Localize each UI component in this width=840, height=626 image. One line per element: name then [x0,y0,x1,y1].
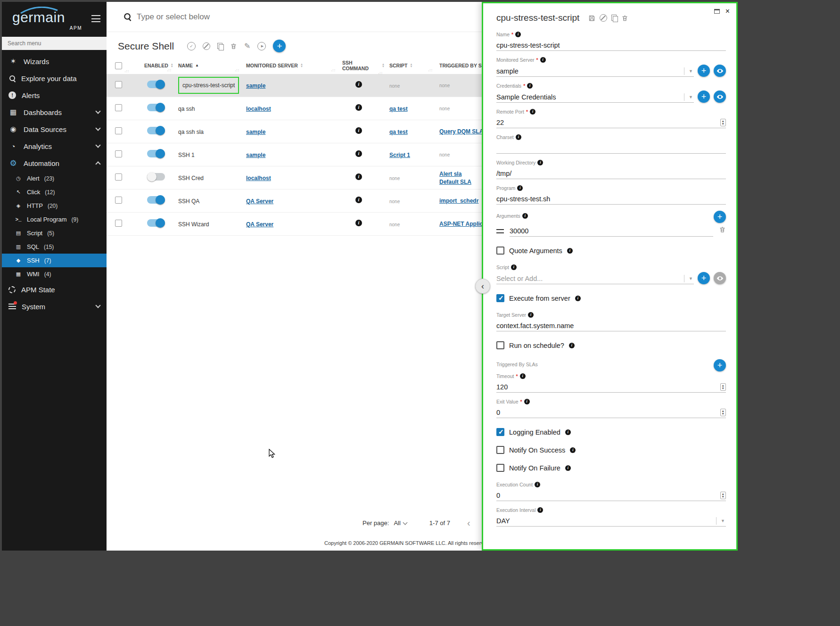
collapse-panel-button[interactable]: ‹ [475,279,490,294]
monitored-server-link[interactable]: localhost [246,175,271,181]
sidebar-item-data-sources[interactable]: ◉Data Sources [2,121,107,138]
ssh-command-info-icon[interactable] [355,173,362,180]
triggered-sla-link[interactable]: import_schedr [439,198,478,204]
view-button[interactable] [714,272,726,284]
view-button[interactable] [714,91,726,103]
sidebar-item-automation[interactable]: ⚙Automation [2,155,107,172]
timeout-input[interactable]: 120▲▼ [496,381,726,393]
drag-handle-icon[interactable] [496,229,504,233]
run-on-schedule-checkbox[interactable] [496,341,504,349]
ssh-command-info-icon[interactable] [355,150,362,157]
add-button[interactable]: + [698,91,710,103]
target-server-input[interactable]: context.fact.system.name [496,320,726,331]
monitored-server-link[interactable]: localhost [246,106,271,112]
monitored-server-link[interactable]: sample [246,129,265,135]
column-header-ssh-command[interactable]: SSH COMMAND▲▼ [342,60,389,71]
working-directory-input[interactable]: /tmp/ [496,167,726,179]
execute-from-server-checkbox[interactable] [496,294,504,302]
enabled-toggle[interactable] [147,81,165,88]
sidebar-item-http[interactable]: ◈HTTP(20) [2,199,107,213]
trash-icon[interactable] [621,15,628,22]
row-checkbox[interactable] [115,220,122,227]
add-button[interactable]: + [714,211,726,223]
column-header-monitored-server[interactable]: MONITORED SERVER▲▼ [246,63,342,68]
sidebar-item-system[interactable]: System [2,298,107,315]
execution-interval-select[interactable]: DAY▼ [496,515,726,527]
row-checkbox[interactable] [115,150,122,157]
sidebar-item-analytics[interactable]: ◔Analytics [2,138,107,155]
chevron-down-icon[interactable]: ▼ [716,517,726,525]
program-input[interactable]: cpu-stress-test.sh [496,193,726,205]
triggered-sla-link[interactable]: Query DQM SLA [439,128,483,135]
ssh-command-info-icon[interactable] [355,127,362,134]
sidebar-item-local-program[interactable]: >_Local Program(9) [2,213,107,226]
monitored-server-link[interactable]: QA Server [246,221,273,228]
sidebar-item-sql[interactable]: ▥SQL(15) [2,240,107,254]
edit-button[interactable]: ✎ [244,41,250,50]
enabled-toggle[interactable] [147,219,165,227]
monitored-server-link[interactable]: sample [246,82,265,89]
disable-button[interactable] [203,42,210,50]
row-checkbox[interactable] [115,173,122,181]
column-header-script[interactable]: SCRIPT▲▼ [389,63,439,68]
run-button[interactable]: ▶ [257,42,266,50]
script-select[interactable]: Select or Add...▼ [496,272,694,284]
trash-icon[interactable] [719,226,726,235]
prev-page-button[interactable]: ‹ [467,518,470,528]
remote-port-input[interactable]: 22▲▼ [496,116,726,128]
view-button[interactable] [714,65,726,77]
monitored-server-link[interactable]: QA Server [246,198,273,205]
script-link[interactable]: Script 1 [389,152,410,158]
add-button[interactable]: + [698,65,710,77]
sidebar-item-explore-your-data[interactable]: Explore your data [2,70,107,87]
name-input[interactable]: cpu-stress-test-script [496,39,726,51]
delete-button[interactable] [230,42,237,50]
script-link[interactable]: qa test [389,129,408,135]
ssh-command-info-icon[interactable] [355,220,362,226]
enabled-toggle[interactable] [147,127,165,134]
sidebar-search-input[interactable] [2,37,107,50]
sort-icon[interactable]: ▲▼ [410,63,413,68]
execution-count-input[interactable]: 0▲▼ [496,489,726,501]
number-spinner[interactable]: ▲▼ [720,409,726,416]
sort-icon[interactable]: ▲▼ [171,63,173,68]
row-checkbox[interactable] [115,127,122,134]
number-spinner[interactable]: ▲▼ [720,492,726,499]
add-button[interactable]: + [273,40,286,52]
add-button[interactable]: + [714,359,726,371]
sidebar-item-click[interactable]: ↖Click(12) [2,185,107,199]
sidebar-item-ssh[interactable]: ◆SSH(7) [2,254,107,267]
save-icon[interactable] [588,15,595,22]
enabled-toggle[interactable] [147,104,165,111]
monitored-server-select[interactable]: sample▼ [496,65,694,77]
close-icon[interactable]: × [725,8,730,14]
enabled-toggle[interactable] [147,196,165,204]
script-link[interactable]: qa test [389,106,408,112]
monitored-server-link[interactable]: sample [246,152,265,158]
argument-input[interactable]: 30000 [510,225,713,237]
logging-enabled-checkbox[interactable] [496,428,504,436]
copy-icon[interactable] [611,15,617,21]
number-spinner[interactable]: ▲▼ [720,119,726,126]
sort-icon[interactable]: ▲ [195,64,199,67]
per-page-select[interactable]: All [394,519,406,527]
charset-input[interactable] [496,142,726,154]
column-header-enabled[interactable]: ENABLED▲▼ [136,63,178,68]
chevron-down-icon[interactable]: ▼ [684,93,694,101]
number-spinner[interactable]: ▲▼ [720,383,726,391]
chevron-down-icon[interactable]: ▼ [684,67,694,75]
sort-icon[interactable]: ▲▼ [300,63,303,68]
notify-on-success-checkbox[interactable] [496,446,504,454]
sidebar-item-alerts[interactable]: Alerts [2,87,107,104]
triggered-sla-link[interactable]: Default SLA [439,179,471,185]
row-checkbox[interactable] [115,197,122,204]
sort-icon[interactable]: ▲▼ [382,63,385,68]
ssh-command-info-icon[interactable] [355,104,362,111]
ssh-command-info-icon[interactable] [355,81,362,88]
sidebar-item-dashboards[interactable]: ▦Dashboards [2,104,107,121]
row-checkbox[interactable] [115,104,122,111]
sidebar-item-wmi[interactable]: ▦WMI(4) [2,267,107,281]
triggered-sla-link[interactable]: Alert sla [439,171,461,177]
notify-on-failure-checkbox[interactable] [496,464,504,472]
select-all-checkbox[interactable] [115,62,122,69]
